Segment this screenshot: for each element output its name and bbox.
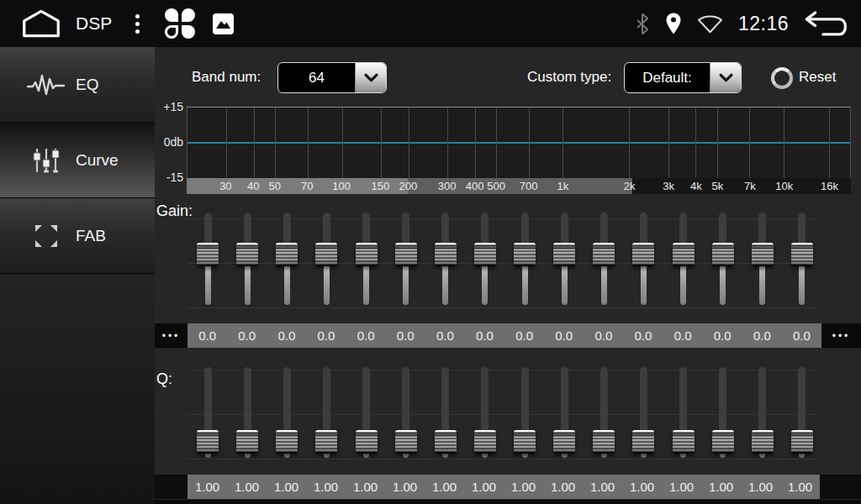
slider-thumb[interactable] xyxy=(356,243,378,266)
slider-track xyxy=(798,213,806,305)
q-slider-7[interactable] xyxy=(425,367,465,458)
slider-thumb[interactable] xyxy=(752,430,774,454)
q-slider-5[interactable] xyxy=(346,367,386,458)
slider-thumb[interactable] xyxy=(632,243,654,266)
q-slider-2[interactable] xyxy=(227,367,267,458)
slider-thumb[interactable] xyxy=(593,243,615,266)
slider-thumb[interactable] xyxy=(435,430,457,454)
q-value-16: 1.00 xyxy=(780,475,820,499)
slider-track xyxy=(561,367,568,458)
gallery-icon[interactable] xyxy=(212,13,235,35)
slider-thumb[interactable] xyxy=(197,430,219,454)
slider-thumb[interactable] xyxy=(395,430,417,454)
slider-thumb[interactable] xyxy=(593,430,615,454)
home-icon[interactable] xyxy=(22,8,61,39)
gain-slider-2[interactable] xyxy=(227,213,267,305)
q-slider-12[interactable] xyxy=(623,367,663,458)
slider-thumb[interactable] xyxy=(435,243,457,266)
gain-slider-12[interactable] xyxy=(623,213,663,305)
sidebar-item-fab[interactable]: FAB xyxy=(0,198,155,274)
slider-thumb[interactable] xyxy=(514,430,536,454)
gain-slider-5[interactable] xyxy=(346,213,386,305)
slider-thumb[interactable] xyxy=(236,243,258,266)
slider-thumb[interactable] xyxy=(712,430,734,454)
q-value-2: 1.00 xyxy=(227,475,267,499)
slider-thumb[interactable] xyxy=(315,430,337,454)
slider-thumb[interactable] xyxy=(791,430,813,454)
sidebar-item-curve[interactable]: Curve xyxy=(0,123,155,198)
q-slider-13[interactable] xyxy=(663,367,703,458)
gain-slider-3[interactable] xyxy=(267,213,306,305)
q-slider-16[interactable] xyxy=(782,367,821,458)
slider-thumb[interactable] xyxy=(315,243,337,266)
slider-thumb[interactable] xyxy=(673,430,695,454)
q-slider-15[interactable] xyxy=(742,367,782,458)
slider-thumb[interactable] xyxy=(712,243,734,266)
q-slider-10[interactable] xyxy=(544,367,584,458)
gain-slider-10[interactable] xyxy=(544,213,584,305)
slider-track xyxy=(402,213,409,305)
slider-thumb[interactable] xyxy=(276,243,298,266)
gain-slider-13[interactable] xyxy=(663,213,703,305)
plot-gridline xyxy=(254,108,255,178)
zero-line xyxy=(188,142,850,144)
slider-thumb[interactable] xyxy=(673,243,695,266)
gain-slider-11[interactable] xyxy=(584,213,623,305)
slider-thumb[interactable] xyxy=(514,243,536,266)
overflow-menu-icon[interactable] xyxy=(130,9,145,39)
q-slider-4[interactable] xyxy=(306,367,346,458)
back-icon[interactable] xyxy=(804,10,849,38)
q-slider-8[interactable] xyxy=(465,367,504,458)
slider-thumb[interactable] xyxy=(395,243,417,266)
freq-tick-label: 500 xyxy=(487,178,505,194)
plot-gridline xyxy=(695,108,696,178)
slider-track xyxy=(323,213,330,305)
slider-thumb[interactable] xyxy=(236,430,258,454)
gain-slider-4[interactable] xyxy=(306,213,346,305)
chevron-down-icon[interactable] xyxy=(355,63,386,92)
custom-type-dropdown[interactable]: Default: xyxy=(624,62,742,93)
gain-value-9: 0.0 xyxy=(504,323,544,348)
gain-slider-15[interactable] xyxy=(742,213,782,305)
slider-thumb[interactable] xyxy=(474,243,496,266)
gain-slider-1[interactable] xyxy=(188,213,227,305)
slider-thumb[interactable] xyxy=(632,430,654,454)
slider-thumb[interactable] xyxy=(752,243,774,266)
gain-value-13: 0.0 xyxy=(663,323,703,348)
gain-slider-8[interactable] xyxy=(465,213,504,305)
freq-axis: 304050701001502003004005007001k2k3k4k5k7… xyxy=(187,178,851,194)
slider-thumb[interactable] xyxy=(356,430,378,454)
q-slider-9[interactable] xyxy=(504,367,544,458)
gain-slider-9[interactable] xyxy=(504,213,544,305)
gain-slider-6[interactable] xyxy=(386,213,425,305)
slider-thumb[interactable] xyxy=(474,430,496,454)
slider-track xyxy=(758,213,766,305)
q-slider-3[interactable] xyxy=(267,367,306,458)
sidebar: EQ Curve xyxy=(0,47,155,504)
q-slider-6[interactable] xyxy=(386,367,425,458)
reset-radio[interactable] xyxy=(771,67,793,89)
gain-slider-7[interactable] xyxy=(425,213,465,305)
gain-values: 0.00.00.00.00.00.00.00.00.00.00.00.00.00… xyxy=(188,323,821,348)
slider-thumb[interactable] xyxy=(791,243,813,266)
gain-scroll-right-button[interactable]: ••• xyxy=(821,323,861,348)
gain-scroll-left-button[interactable]: ••• xyxy=(155,323,188,348)
apps-clover-icon[interactable] xyxy=(165,8,195,39)
freq-tick-label: 30 xyxy=(219,178,231,194)
q-slider-11[interactable] xyxy=(584,367,623,458)
slider-thumb[interactable] xyxy=(553,243,575,266)
slider-thumb[interactable] xyxy=(276,430,298,454)
q-slider-1[interactable] xyxy=(188,367,227,458)
q-slider-14[interactable] xyxy=(703,367,742,458)
gain-slider-14[interactable] xyxy=(703,213,742,305)
sidebar-item-eq[interactable]: EQ xyxy=(0,47,155,123)
gain-slider-16[interactable] xyxy=(782,213,821,305)
band-num-dropdown[interactable]: 64 xyxy=(277,62,387,93)
slider-thumb[interactable] xyxy=(197,243,219,266)
freq-tick-label: 200 xyxy=(399,178,417,194)
chevron-down-icon[interactable] xyxy=(710,63,741,92)
freq-tick-label: 2k xyxy=(624,178,636,194)
slider-thumb[interactable] xyxy=(553,430,575,454)
slider-track xyxy=(244,367,251,458)
eq-plot[interactable] xyxy=(187,107,851,178)
